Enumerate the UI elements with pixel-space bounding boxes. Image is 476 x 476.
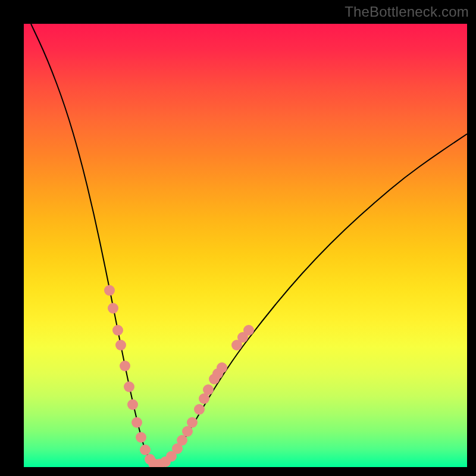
chart-overlay [24, 24, 467, 467]
data-marker [136, 432, 146, 443]
data-marker [203, 384, 214, 395]
data-marker [112, 325, 123, 336]
data-marker [187, 417, 198, 428]
plot-area [24, 24, 467, 467]
data-marker [115, 340, 126, 350]
data-marker [217, 362, 227, 373]
data-marker [108, 303, 118, 314]
bottleneck-curve [31, 24, 467, 464]
data-marker [140, 444, 151, 455]
data-marker [194, 404, 205, 415]
data-marker [243, 325, 254, 336]
chart-frame: TheBottleneck.com [0, 0, 476, 476]
data-marker [124, 381, 134, 392]
data-marker [131, 417, 142, 428]
data-marker [120, 361, 130, 371]
data-marker [177, 435, 187, 446]
data-marker [127, 399, 138, 410]
watermark-text: TheBottleneck.com [345, 4, 469, 20]
data-marker [104, 285, 115, 296]
